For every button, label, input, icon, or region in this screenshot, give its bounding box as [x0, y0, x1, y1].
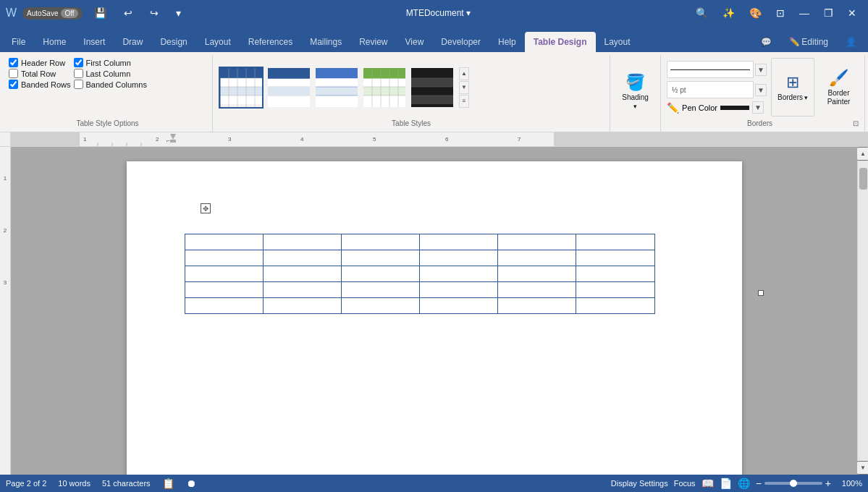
- zoom-in-button[interactable]: +: [825, 478, 831, 489]
- border-weight-selector[interactable]: ½ pt ▼: [667, 81, 767, 98]
- checkbox-banded-columns[interactable]: Banded Columns: [74, 80, 147, 89]
- tab-layout[interactable]: Layout: [196, 32, 240, 52]
- table-cell[interactable]: [185, 266, 263, 282]
- document-table[interactable]: [185, 234, 655, 314]
- zoom-slider[interactable]: [764, 482, 822, 485]
- table-style-4[interactable]: [362, 67, 407, 109]
- border-weight-dropdown[interactable]: ▼: [755, 84, 767, 96]
- pen-color-dropdown[interactable]: ▼: [752, 101, 764, 114]
- border-style-dropdown[interactable]: ▼: [755, 64, 767, 76]
- table-cell[interactable]: [498, 282, 576, 298]
- autosave-toggle[interactable]: AutoSave Off: [22, 7, 83, 20]
- table-move-handle[interactable]: ✥: [201, 203, 211, 213]
- tab-comment[interactable]: 💬: [752, 32, 780, 52]
- tab-insert[interactable]: Insert: [75, 32, 114, 52]
- tab-references[interactable]: References: [240, 32, 301, 52]
- scrollbar-right[interactable]: ▲ ▼: [857, 147, 868, 475]
- print-layout-icon[interactable]: 📄: [720, 478, 732, 489]
- total-row-checkbox[interactable]: [9, 69, 18, 78]
- read-mode-icon[interactable]: 📖: [701, 478, 714, 489]
- table-cell[interactable]: [263, 234, 341, 250]
- design-mode-button[interactable]: 🎨: [743, 4, 767, 22]
- minimize-button[interactable]: —: [793, 4, 815, 22]
- tab-editing[interactable]: ✏️ Editing: [780, 32, 837, 52]
- table-cell[interactable]: [498, 266, 576, 282]
- shading-button[interactable]: 🪣 Shading ▾: [616, 70, 654, 113]
- tab-view[interactable]: View: [397, 32, 433, 52]
- first-column-checkbox[interactable]: [74, 58, 83, 67]
- checkbox-banded-rows[interactable]: Banded Rows: [9, 80, 71, 89]
- zoom-level[interactable]: 100%: [837, 479, 862, 488]
- table-cell[interactable]: [498, 298, 576, 314]
- table-cell[interactable]: [341, 298, 419, 314]
- table-styles-scroll-up[interactable]: ▲: [459, 67, 469, 80]
- table-cell[interactable]: [185, 234, 263, 250]
- table-cell[interactable]: [185, 250, 263, 266]
- table-cell[interactable]: [419, 234, 497, 250]
- table-cell[interactable]: [419, 282, 497, 298]
- close-button[interactable]: ✕: [842, 4, 862, 22]
- table-styles-scroll-down[interactable]: ▼: [459, 81, 469, 94]
- table-cell[interactable]: [263, 282, 341, 298]
- table-styles-more[interactable]: ≡: [459, 95, 469, 108]
- table-cell[interactable]: [263, 250, 341, 266]
- checkbox-header-row[interactable]: Header Row: [9, 58, 71, 67]
- borders-button[interactable]: ⊞ Borders ▾: [771, 58, 814, 116]
- table-cell[interactable]: [185, 298, 263, 314]
- scroll-up-button[interactable]: ▲: [856, 147, 868, 161]
- search-button[interactable]: 🔍: [690, 4, 714, 22]
- shading-dropdown[interactable]: ▾: [633, 103, 637, 110]
- tab-file[interactable]: File: [3, 32, 34, 52]
- macro-icon[interactable]: ⏺: [186, 478, 196, 489]
- tab-developer[interactable]: Developer: [432, 32, 489, 52]
- table-cell[interactable]: [341, 250, 419, 266]
- tab-design[interactable]: Design: [151, 32, 195, 52]
- tab-home[interactable]: Home: [34, 32, 75, 52]
- zoom-out-button[interactable]: −: [756, 478, 762, 489]
- table-cell[interactable]: [576, 250, 654, 266]
- borders-expand-icon[interactable]: ⊡: [853, 119, 859, 127]
- undo-button[interactable]: ↩: [118, 4, 138, 22]
- display-settings-label[interactable]: Display Settings: [611, 479, 668, 488]
- banded-rows-checkbox[interactable]: [9, 80, 18, 89]
- table-style-5[interactable]: [410, 67, 455, 109]
- table-cell[interactable]: [419, 298, 497, 314]
- proofing-icon[interactable]: 📋: [162, 478, 174, 489]
- table-cell[interactable]: [498, 234, 576, 250]
- ribbon-toggle-button[interactable]: ⊡: [770, 4, 791, 22]
- table-cell[interactable]: [576, 282, 654, 298]
- table-cell[interactable]: [576, 266, 654, 282]
- doc-scroll-area[interactable]: ✥: [11, 147, 857, 475]
- tab-mailings[interactable]: Mailings: [301, 32, 350, 52]
- redo-button[interactable]: ↪: [144, 4, 164, 22]
- scroll-thumb[interactable]: [859, 168, 867, 190]
- table-resize-handle[interactable]: [758, 290, 764, 296]
- header-row-checkbox[interactable]: [9, 58, 18, 67]
- table-cell[interactable]: [419, 266, 497, 282]
- checkbox-first-column[interactable]: First Column: [74, 58, 147, 67]
- table-cell[interactable]: [185, 282, 263, 298]
- autosave-state[interactable]: Off: [61, 9, 77, 18]
- pen-color-row[interactable]: ✏️ Pen Color ▼: [667, 101, 767, 114]
- table-cell[interactable]: [576, 298, 654, 314]
- borders-dropdown-arrow[interactable]: ▾: [804, 94, 808, 101]
- checkbox-total-row[interactable]: Total Row: [9, 69, 71, 78]
- border-style-selector[interactable]: ▼: [667, 61, 767, 78]
- table-style-2[interactable]: [266, 67, 311, 109]
- tab-review[interactable]: Review: [350, 32, 396, 52]
- tab-draw[interactable]: Draw: [114, 32, 151, 52]
- copilot-button[interactable]: ✨: [717, 4, 741, 22]
- tab-table-design[interactable]: Table Design: [525, 32, 596, 52]
- tab-user[interactable]: 👤: [837, 32, 865, 52]
- table-style-3[interactable]: [314, 67, 359, 109]
- save-button[interactable]: 💾: [88, 4, 112, 22]
- border-painter-button[interactable]: 🖌️ BorderPainter: [819, 58, 859, 116]
- customize-qat-button[interactable]: ▾: [170, 4, 187, 22]
- table-cell[interactable]: [341, 234, 419, 250]
- banded-columns-checkbox[interactable]: [74, 80, 83, 89]
- scroll-track[interactable]: [858, 161, 868, 461]
- table-style-1[interactable]: [219, 67, 264, 109]
- tab-help[interactable]: Help: [489, 32, 525, 52]
- tab-layout2[interactable]: Layout: [596, 32, 639, 52]
- table-cell[interactable]: [263, 298, 341, 314]
